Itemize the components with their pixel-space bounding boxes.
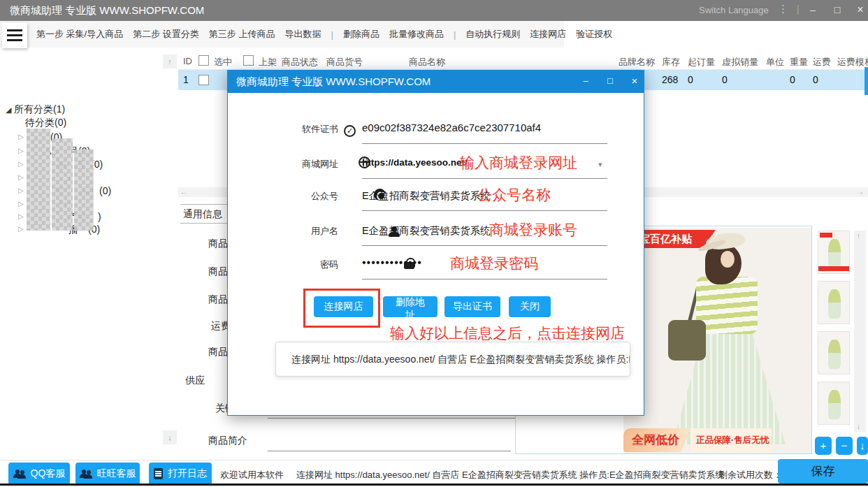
cell-virtual-sales: 0 [722, 74, 728, 85]
thumbnail-2[interactable] [818, 281, 850, 324]
col-unit[interactable]: 单位 [766, 56, 784, 68]
col-status[interactable]: 商品状态 [282, 56, 318, 68]
thumbnail-scrollbar[interactable]: ↑ ↓ [854, 231, 866, 432]
tree-collapsed-icon[interactable]: ▷ [18, 147, 24, 154]
col-onsale[interactable]: 上架 [259, 56, 277, 68]
select-all-checkbox[interactable] [198, 55, 209, 66]
field-underline [362, 279, 607, 279]
table-vscrollbar-thumb[interactable] [865, 67, 868, 95]
official-account-input[interactable]: E企盈招商裂变营销卖货系统 [362, 189, 491, 203]
row-select-checkbox[interactable] [198, 75, 209, 85]
dialog-close-button[interactable]: × [625, 71, 644, 93]
dialog-close-action-button[interactable]: 关闭 [509, 296, 551, 317]
field-label-username: 用户名 [268, 225, 338, 238]
menubar: 第一步 采集/导入商品 第二步 设置分类 第三步 上传商品 导出数据 | 删除商… [0, 21, 868, 48]
titlebar-divider: | [797, 3, 800, 15]
image-remove-button[interactable]: − [836, 437, 853, 455]
annotation-connect-hint: 输入好以上信息之后，点击连接网店 [390, 324, 625, 343]
dialog-titlebar: 微商城助理 专业版 WWW.SHOPFW.COM – □ × [228, 71, 644, 93]
shop-url-input[interactable]: https://data.yeesoo.net/ [362, 157, 468, 168]
col-selected[interactable]: 选中 [214, 56, 232, 68]
menu-delete-product[interactable]: 删除商品 [343, 28, 379, 41]
onsale-all-checkbox[interactable] [243, 55, 254, 66]
export-certificate-button[interactable]: 导出证书 [444, 296, 500, 317]
wangwang-support-button[interactable]: 旺旺客服 [75, 463, 140, 485]
tree-collapsed-icon[interactable]: ▷ [18, 173, 24, 181]
username-input[interactable]: E企盈招商裂变营销卖货系统 [362, 224, 491, 238]
image-download-button[interactable]: ↓ [857, 437, 868, 455]
cell-shipping: 0 [813, 74, 818, 85]
thumbnail-3[interactable] [818, 331, 850, 375]
connection-status-text: 连接网址 https://data.yeesoo.net/ 自营店 E企盈招商裂… [296, 469, 725, 481]
thumbnail-4[interactable] [818, 381, 850, 425]
col-shipping-template[interactable]: 运费模板 [837, 56, 868, 68]
menu-step3-upload[interactable]: 第三步 上传商品 [209, 28, 275, 41]
qq-support-button[interactable]: QQ客服 [8, 463, 70, 485]
tree-item-all-categories[interactable]: 所有分类(1) [14, 103, 65, 116]
open-log-button[interactable]: 打开日志 [149, 463, 212, 485]
col-id[interactable]: ID [183, 56, 192, 66]
tree-collapsed-icon[interactable]: ▷ [18, 225, 24, 233]
tree-collapsed-icon[interactable]: ▷ [18, 212, 24, 220]
tree-item-uncategorized[interactable]: 待分类(0) [25, 117, 66, 129]
sidebar-scroll-up-button[interactable]: ↑ [163, 54, 177, 68]
col-min-order[interactable]: 起订量 [688, 56, 715, 68]
lowest-price-badge: 全网低价 [623, 428, 690, 452]
keywords-input[interactable] [268, 418, 531, 419]
scroll-down-icon[interactable]: ↓ [857, 423, 860, 430]
menu-step1-import[interactable]: 第一步 采集/导入商品 [36, 28, 123, 41]
delete-address-button[interactable]: 删除地址 [383, 296, 437, 317]
menu-batch-edit[interactable]: 批量修改商品 [389, 28, 444, 41]
col-virtual-sales[interactable]: 虚拟销量 [722, 56, 758, 68]
tree-collapsed-icon[interactable]: ▷ [18, 200, 24, 208]
hamburger-menu-icon[interactable] [2, 23, 27, 48]
tree-item-masked[interactable]: ▷ (0) [0, 131, 161, 144]
tab-general-info[interactable]: 通用信息 [180, 204, 232, 224]
scroll-up-icon[interactable]: ↑ [857, 232, 860, 240]
certificate-input[interactable]: e09c02f387324e82a6c7ce2307710af4 [362, 122, 541, 133]
form-label: 商品 [208, 238, 228, 250]
col-sku[interactable]: 商品货号 [326, 56, 363, 68]
scroll-right-icon[interactable]: → [857, 188, 864, 196]
welcome-text: 欢迎试用本软件 [220, 469, 284, 481]
tree-collapsed-icon[interactable]: ▷ [18, 160, 24, 168]
col-stock[interactable]: 库存 [662, 56, 680, 68]
menu-verify-auth[interactable]: 验证授权 [576, 28, 612, 41]
menu-step2-category[interactable]: 第二步 设置分类 [133, 28, 199, 41]
col-shipping[interactable]: 运费 [813, 56, 831, 68]
tree-collapsed-icon[interactable]: ▷ [18, 133, 24, 140]
menu-auto-rules[interactable]: 自动执行规则 [465, 28, 520, 41]
save-button[interactable]: 保存 [778, 459, 868, 484]
tree-collapsed-icon[interactable]: ▷ [18, 187, 24, 194]
thumbnail-1[interactable] [818, 231, 850, 274]
dialog-minimize-button[interactable]: – [576, 71, 595, 93]
dialog-maximize-button[interactable]: □ [600, 71, 620, 93]
annotation-username: 商城登录账号 [489, 220, 577, 240]
field-underline [362, 178, 607, 179]
intro-input[interactable] [268, 451, 511, 451]
password-input[interactable]: ••••••••••••• [362, 256, 422, 269]
menu-export-data[interactable]: 导出数据 [284, 28, 321, 41]
wangwang-support-label: 旺旺客服 [97, 467, 136, 480]
minimize-button[interactable]: – [802, 0, 823, 21]
people-icon [80, 470, 92, 479]
dropdown-caret-icon[interactable]: ▾ [598, 160, 602, 169]
sidebar-scroll-down-button[interactable]: ↓ [163, 430, 177, 444]
guarantee-badge: 正品保障·售后无忧 [690, 428, 772, 452]
dialog-title: 微商城助理 专业版 WWW.SHOPFW.COM [236, 75, 431, 89]
thumb-figure [828, 289, 841, 319]
col-name[interactable]: 商品名称 [409, 56, 445, 68]
col-brand[interactable]: 品牌名称 [619, 56, 655, 68]
more-options-icon[interactable]: ⋮ [778, 3, 788, 15]
switch-language-button[interactable]: Switch Language [699, 5, 769, 15]
col-weight[interactable]: 重量 [790, 56, 808, 68]
close-button[interactable]: × [850, 0, 868, 21]
image-add-button[interactable]: + [815, 437, 832, 455]
scroll-left-icon[interactable]: ← [180, 188, 187, 196]
annotation-shop-url: 输入商城登录网址 [460, 153, 577, 173]
field-label-official-account: 公众号 [268, 190, 338, 203]
people-icon [13, 470, 26, 479]
product-main-image[interactable]: 淘宝百亿补贴 全网低价 正品保障·售后无忧 [623, 228, 811, 453]
menu-connect-shop[interactable]: 连接网店 [530, 28, 566, 41]
maximize-button[interactable]: □ [827, 0, 848, 21]
